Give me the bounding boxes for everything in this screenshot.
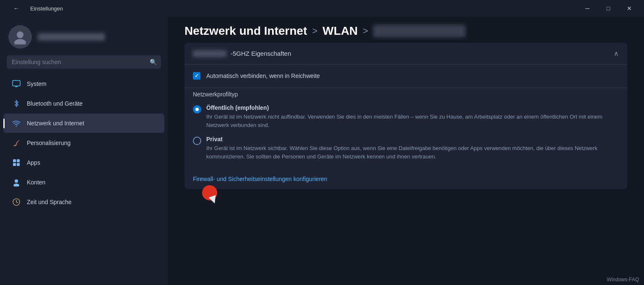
network-profile-section: Netzwerkprofiltyp Öffentlich (empfohlen)…: [184, 88, 627, 174]
sidebar-item-accounts-label: Konten: [27, 179, 45, 186]
avatar: [8, 25, 32, 49]
breadcrumb-sep2: >: [363, 26, 368, 36]
maximize-button[interactable]: □: [599, 2, 618, 15]
main-layout: 🔍 System Blu: [0, 17, 644, 285]
wifi-icon: [12, 119, 21, 128]
breadcrumb: Netzwerk und Internet > WLAN >: [168, 17, 644, 43]
sidebar-item-system[interactable]: System: [3, 74, 164, 93]
radio-option-private: Privat Ihr Gerät ist im Netzwerk sichtba…: [193, 136, 619, 161]
breadcrumb-network-name: [373, 25, 465, 37]
section-title: -5GHZ Eigenschaften: [231, 50, 291, 57]
close-button[interactable]: ✕: [620, 2, 639, 15]
sidebar: 🔍 System Blu: [0, 17, 168, 285]
radio-option-public: Öffentlich (empfohlen) Ihr Gerät ist im …: [193, 104, 619, 129]
breadcrumb-sep1: >: [312, 26, 317, 36]
sidebar-item-bluetooth[interactable]: Bluetooth und Geräte: [3, 94, 164, 113]
section-header[interactable]: -5GHZ Eigenschaften ∧: [184, 43, 627, 64]
svg-point-5: [16, 126, 17, 127]
network-name-blur: [193, 50, 226, 57]
section-header-left: -5GHZ Eigenschaften: [193, 50, 291, 57]
sidebar-item-network-label: Netzwerk und Internet: [27, 120, 84, 127]
firewall-link[interactable]: Firewall- und Sicherheitseinstellungen k…: [184, 174, 627, 189]
titlebar-title: Einstellungen: [30, 5, 63, 12]
content-area: Netzwerk und Internet > WLAN > -5GHZ Eig…: [168, 17, 644, 285]
sidebar-item-personalization-label: Personalisierung: [27, 140, 70, 146]
radio-public-label: Öffentlich (empfohlen): [206, 104, 619, 111]
profile-name: [38, 33, 105, 41]
radio-private-desc: Ihr Gerät ist im Netzwerk sichtbar. Wähl…: [206, 144, 619, 161]
apps-icon: [12, 158, 21, 167]
sidebar-item-apps[interactable]: Apps: [3, 153, 164, 172]
chevron-up-icon: ∧: [614, 49, 619, 57]
svg-rect-2: [13, 80, 20, 86]
titlebar-left: ← Einstellungen: [7, 2, 63, 15]
user-icon: [12, 178, 21, 187]
bluetooth-icon: [12, 99, 21, 108]
sidebar-item-apps-label: Apps: [27, 159, 40, 166]
svg-rect-6: [13, 159, 16, 162]
settings-panel: -5GHZ Eigenschaften ∧ Automatisch verbin…: [168, 43, 644, 285]
auto-connect-label: Automatisch verbinden, wenn in Reichweit…: [206, 73, 320, 79]
sidebar-item-system-label: System: [27, 80, 47, 87]
network-profile-title: Netzwerkprofiltyp: [193, 91, 619, 98]
monitor-icon: [12, 79, 21, 88]
radio-public[interactable]: [193, 105, 201, 114]
titlebar: ← Einstellungen ─ □ ✕: [0, 0, 644, 17]
breadcrumb-part1: Netzwerk und Internet: [184, 24, 307, 38]
search-input[interactable]: [7, 55, 161, 69]
search-icon: 🔍: [150, 59, 157, 65]
radio-public-content: Öffentlich (empfohlen) Ihr Gerät ist im …: [206, 104, 619, 129]
svg-point-1: [14, 39, 26, 44]
breadcrumb-part2: WLAN: [322, 24, 358, 38]
back-button[interactable]: ←: [7, 2, 26, 15]
titlebar-controls: ─ □ ✕: [578, 2, 639, 15]
svg-rect-8: [13, 163, 16, 166]
auto-connect-row: Automatisch verbinden, wenn in Reichweit…: [184, 65, 627, 87]
sidebar-item-personalization[interactable]: Personalisierung: [3, 133, 164, 153]
sidebar-item-bluetooth-label: Bluetooth und Geräte: [27, 100, 83, 107]
sidebar-item-network[interactable]: Netzwerk und Internet: [3, 114, 164, 133]
svg-rect-7: [17, 159, 20, 162]
svg-point-0: [17, 31, 23, 38]
sidebar-item-time-label: Zeit und Sprache: [27, 199, 72, 205]
minimize-button[interactable]: ─: [578, 2, 597, 15]
svg-rect-9: [17, 163, 20, 166]
sidebar-nav: System Bluetooth und Geräte: [0, 72, 168, 285]
radio-private-content: Privat Ihr Gerät ist im Netzwerk sichtba…: [206, 136, 619, 161]
sidebar-search-container: 🔍: [7, 55, 161, 69]
clock-icon: [12, 197, 21, 207]
radio-private[interactable]: [193, 137, 201, 145]
watermark: Windows-FAQ: [607, 277, 639, 282]
svg-point-11: [13, 184, 19, 187]
sidebar-item-accounts[interactable]: Konten: [3, 173, 164, 192]
sidebar-profile: [0, 17, 168, 55]
sidebar-item-time[interactable]: Zeit und Sprache: [3, 192, 164, 212]
auto-connect-checkbox[interactable]: [193, 72, 200, 80]
svg-point-10: [15, 179, 18, 183]
network-properties-card: -5GHZ Eigenschaften ∧ Automatisch verbin…: [184, 43, 627, 189]
radio-public-desc: Ihr Gerät ist im Netzwerk nicht auffindb…: [206, 113, 619, 129]
radio-private-label: Privat: [206, 136, 619, 142]
brush-icon: [12, 138, 21, 148]
